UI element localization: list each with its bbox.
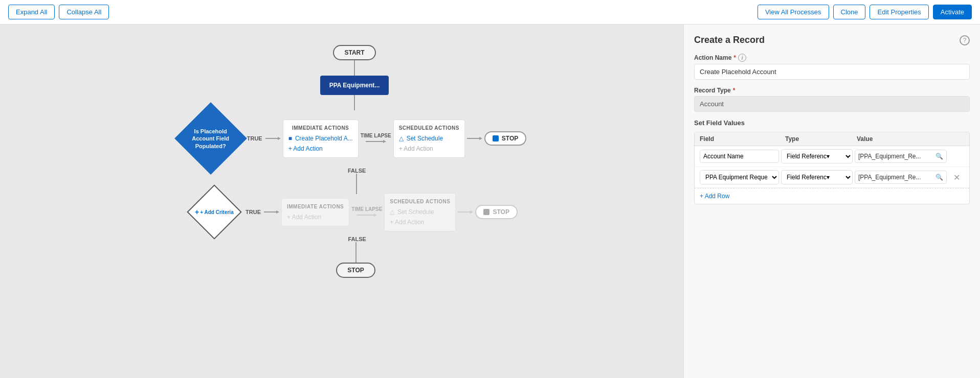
decision-diamond[interactable]: Is Placehold Account Field Populated? [183, 110, 239, 167]
action-name-label: Action Name * i [694, 54, 970, 62]
true-label-2: TRUE [246, 209, 261, 215]
help-icon[interactable]: ? [960, 35, 970, 45]
action-name-info-icon[interactable]: i [738, 54, 746, 62]
svg-marker-5 [479, 137, 482, 140]
record-type-group: Record Type * [694, 87, 970, 112]
bottom-stop-container: STOP [336, 263, 375, 278]
start-node: START [333, 45, 375, 60]
scheduled-actions-title-2: SCHEDULED ACTIONS [390, 199, 450, 204]
connector-line2 [354, 95, 355, 110]
field-1-value[interactable]: [PPA_Equipment_Re... 🔍 [855, 150, 947, 163]
stop-oval: STOP [336, 263, 375, 278]
stop-node-2: STOP [475, 205, 517, 219]
col-value: Value [857, 135, 949, 143]
immediate-actions-box: IMMEDIATE ACTIONS ■ Create Placehold A..… [283, 120, 359, 158]
time-lapse-label: TIME LAPSE [361, 133, 391, 138]
stop-dot-2 [483, 209, 489, 215]
time-lapse-arrow [366, 138, 386, 145]
stop-label-1: STOP [502, 135, 518, 142]
svg-marker-1 [278, 137, 281, 140]
false-label-2: FALSE [348, 236, 366, 242]
svg-marker-11 [470, 210, 473, 214]
field-2-value[interactable]: [PPA_Equipment_Re... 🔍 [855, 171, 947, 184]
table-row: Field Referenc▾ [PPA_Equipment_Re... 🔍 [695, 146, 969, 167]
step1-node[interactable]: PPA Equipment... [320, 76, 389, 95]
panel-header: Create a Record ? [694, 35, 970, 45]
toolbar-right: View All Processes Clone Edit Properties… [758, 5, 972, 19]
time-lapse-label-2: TIME LAPSE [351, 206, 382, 212]
scheduled-actions-box: SCHEDULED ACTIONS △ Set Schedule + Add A… [393, 120, 465, 158]
view-all-processes-button[interactable]: View All Processes [758, 5, 829, 19]
record-type-label: Record Type * [694, 87, 970, 94]
false-label-1: FALSE [348, 168, 366, 174]
scheduled-actions-box-2: SCHEDULED ACTIONS △ Set Schedule + Add A… [384, 193, 456, 231]
create-placehold-action[interactable]: ■ Create Placehold A... [288, 135, 353, 142]
required-star-2: * [733, 87, 736, 94]
action-name-group: Action Name * i [694, 54, 970, 80]
stop-label-2: STOP [493, 208, 509, 216]
true-label: TRUE [247, 135, 262, 141]
expand-all-button[interactable]: Expand All [8, 5, 55, 19]
col-type: Type [785, 135, 857, 143]
field-2-value-text: [PPA_Equipment_Re... [858, 174, 921, 181]
clone-button[interactable]: Clone [833, 5, 866, 19]
set-field-values-title: Set Field Values [694, 119, 970, 127]
set-schedule-action[interactable]: △ Set Schedule [399, 135, 459, 142]
collapse-all-button[interactable]: Collapse All [59, 5, 109, 19]
table-row: PPA Equipment Request Field Referenc▾ [P… [695, 167, 969, 188]
search-icon-2[interactable]: 🔍 [936, 174, 943, 181]
svg-marker-7 [276, 210, 279, 214]
toolbar: Expand All Collapse All View All Process… [0, 0, 980, 25]
svg-marker-9 [374, 214, 377, 217]
required-star-1: * [733, 54, 736, 61]
field-1-value-text: [PPA_Equipment_Re... [858, 153, 921, 160]
field-2-type-select[interactable]: Field Referenc▾ [781, 170, 853, 184]
immediate-actions-box-2: IMMEDIATE ACTIONS + Add Action [281, 198, 349, 226]
canvas: START PPA Equipment... Is Placehold Acco… [0, 25, 683, 378]
false-connector-2 [355, 242, 357, 263]
col-actions [949, 135, 964, 143]
add-scheduled-action-2: + Add Action [390, 219, 450, 226]
add-action-button[interactable]: + Add Action [288, 145, 353, 152]
decision-label: Is Placehold Account Field Populated? [186, 126, 235, 152]
field-table-header: Field Type Value [695, 132, 969, 146]
field-2-select[interactable]: PPA Equipment Request [700, 170, 779, 184]
clock-icon-2: △ [390, 208, 394, 216]
svg-marker-3 [383, 140, 386, 143]
main-layout: START PPA Equipment... Is Placehold Acco… [0, 25, 980, 378]
field-1-type-select[interactable]: Field Referenc▾ [781, 149, 853, 163]
stop-node-1[interactable]: STOP [484, 131, 526, 146]
add-row-button[interactable]: + Add Row [695, 188, 969, 204]
field-table: Field Type Value Field Referenc▾ [PPA_Eq… [694, 132, 970, 204]
activate-button[interactable]: Activate [933, 5, 972, 19]
record-icon: ■ [288, 135, 292, 142]
arrow-to-stop [467, 135, 482, 141]
arrow-right-svg [265, 135, 281, 141]
col-field: Field [700, 135, 785, 143]
action-name-input[interactable] [694, 64, 970, 80]
scheduled-actions-title: SCHEDULED ACTIONS [399, 125, 459, 131]
connector-line [354, 60, 355, 76]
add-action-2[interactable]: + Add Action [287, 214, 344, 221]
stop-dot-1 [493, 135, 499, 141]
set-field-values-group: Set Field Values Field Type Value Field … [694, 119, 970, 204]
clock-icon: △ [399, 135, 404, 142]
set-schedule-action-2: △ Set Schedule [390, 208, 450, 216]
toolbar-left: Expand All Collapse All [8, 5, 109, 19]
edit-properties-button[interactable]: Edit Properties [870, 5, 928, 19]
right-panel: Create a Record ? Action Name * i Record… [683, 25, 980, 378]
immediate-actions-title: IMMEDIATE ACTIONS [288, 125, 353, 131]
add-scheduled-action-button[interactable]: + Add Action [399, 145, 459, 152]
field-1-input[interactable] [700, 150, 779, 163]
record-type-input [694, 96, 970, 112]
immediate-actions-title-2: IMMEDIATE ACTIONS [287, 204, 344, 209]
arrow-to-stop-2 [458, 209, 473, 215]
flow-container: START PPA Equipment... Is Placehold Acco… [10, 35, 673, 288]
add-criteria-diamond[interactable]: + + Add Criteria [191, 189, 237, 235]
remove-row-2[interactable]: ✕ [949, 173, 964, 182]
panel-title: Create a Record [694, 35, 765, 45]
search-icon-1[interactable]: 🔍 [936, 153, 943, 160]
arrow-right-2 [264, 209, 279, 215]
time-lapse-arrow-2 [357, 212, 377, 218]
add-criteria-label: + Add Criteria [200, 209, 233, 215]
